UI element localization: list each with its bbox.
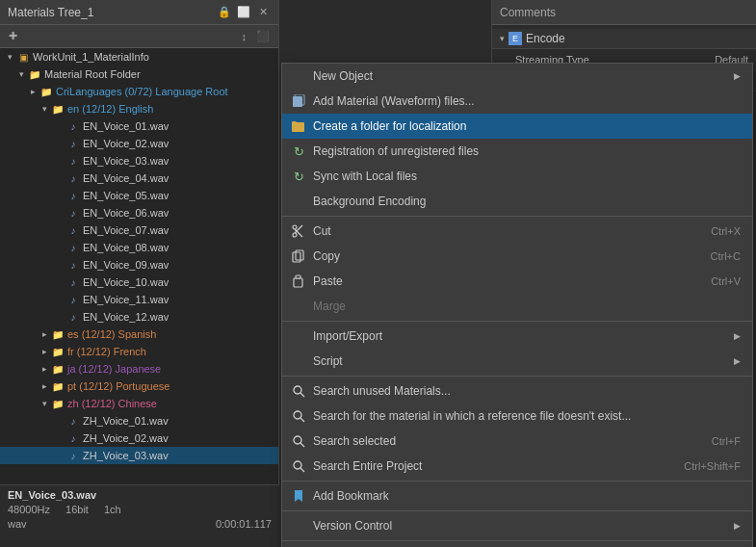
tree-arrow-fr: ▸ [39, 347, 50, 356]
marge-icon [290, 298, 307, 315]
tree-item-en-voice-02[interactable]: ♪ EN_Voice_02.wav [0, 135, 278, 152]
comments-tab-label[interactable]: Comments [500, 6, 556, 19]
folder-icon-es: 📁 [50, 326, 65, 342]
cut-icon [290, 222, 307, 240]
menu-item-search-project[interactable]: Search Entire Project Ctrl+Shift+F [282, 454, 752, 479]
tree-item-en-voice-05[interactable]: ♪ EN_Voice_05.wav [0, 187, 278, 204]
tree-item-zh-voice-02[interactable]: ♪ ZH_Voice_02.wav [0, 430, 278, 447]
search-selected-icon [290, 432, 307, 450]
tree-item-en-voice-12[interactable]: ♪ EN_Voice_12.wav [0, 308, 278, 326]
tree-item-en-voice-09[interactable]: ♪ EN_Voice_09.wav [0, 256, 278, 274]
menu-item-search-ref[interactable]: Search for the material in which a refer… [282, 404, 752, 429]
menu-label-add-material: Add Material (Waveform) files... [313, 94, 741, 108]
menu-label-search-unused: Search unused Materials... [313, 384, 741, 398]
menu-item-search-selected[interactable]: Search selected Ctrl+F [282, 429, 752, 454]
tree-item-ja[interactable]: ▸ 📁 ja (12/12) Japanese [0, 360, 278, 378]
file-icon-en11: ♪ [65, 292, 81, 307]
sync-icon: ↻ [290, 168, 307, 185]
menu-label-version-control: Version Control [313, 519, 730, 533]
menu-item-add-material[interactable]: Add Material (Waveform) files... [282, 89, 752, 114]
file-icon-en07: ♪ [65, 222, 81, 238]
svg-line-17 [300, 468, 304, 472]
tree-item-en-voice-06[interactable]: ♪ EN_Voice_06.wav [0, 204, 278, 221]
menu-item-sync[interactable]: ↻ Sync with Local files [282, 164, 752, 189]
encode-section-header[interactable]: ▾ E Encode [492, 29, 756, 49]
registration-icon: ↻ [290, 143, 307, 160]
status-bar: EN_Voice_03.wav 48000Hz 16bit 1ch wav 0:… [0, 484, 279, 547]
menu-item-new-object[interactable]: New Object ▶ [282, 64, 752, 89]
tree-item-zh-voice-03[interactable]: ♪ ZH_Voice_03.wav [0, 447, 278, 464]
tree-item-crilang[interactable]: ▸ 📁 CriLanguages (0/72) Language Root [0, 83, 278, 100]
close-icon[interactable]: ✕ [255, 5, 271, 20]
tree-item-en-voice-10[interactable]: ♪ EN_Voice_10.wav [0, 274, 278, 291]
menu-item-add-bookmark[interactable]: Add Bookmark [282, 483, 752, 508]
menu-label-registration: Registration of unregistered files [313, 144, 741, 158]
tree-label-en08: EN_Voice_08.wav [83, 242, 169, 253]
menu-item-cut[interactable]: Cut Ctrl+X [282, 219, 752, 244]
menu-item-create-folder[interactable]: Create a folder for localization [282, 114, 752, 139]
encode-arrow: ▾ [500, 34, 505, 43]
folder-icon-crilang: 📁 [39, 84, 54, 99]
tree-arrow-zh: ▾ [39, 399, 50, 408]
tree-item-workunit[interactable]: ▾ ▣ WorkUnit_1_MaterialInfo [0, 48, 278, 65]
menu-item-bg-encoding[interactable]: Background Encoding [282, 189, 752, 214]
tree-label-en05: EN_Voice_05.wav [83, 190, 169, 201]
tree-label-zh01: ZH_Voice_01.wav [83, 415, 169, 427]
file-icon-en04: ♪ [65, 170, 81, 186]
link-icon[interactable]: ⬛ [253, 28, 273, 44]
lock-icon[interactable]: 🔒 [217, 5, 232, 20]
tree-container[interactable]: ▾ ▣ WorkUnit_1_MaterialInfo ▾ 📁 Material… [0, 48, 278, 547]
add-icon[interactable]: ✚ [6, 28, 20, 44]
tree-label-fr: fr (12/12) French [67, 346, 146, 357]
file-icon-zh01: ♪ [65, 413, 81, 429]
menu-item-registration[interactable]: ↻ Registration of unregistered files [282, 139, 752, 164]
svg-point-14 [294, 436, 301, 444]
new-object-icon [290, 67, 307, 85]
materials-tree-panel: Materials Tree_1 🔒 ⬜ ✕ ✚ ↕ ⬛ ▾ ▣ WorkUni… [0, 0, 279, 547]
menu-label-sync: Sync with Local files [313, 169, 741, 183]
search-ref-icon [290, 407, 307, 425]
sort-icon[interactable]: ↕ [239, 29, 250, 44]
tree-item-en-voice-03[interactable]: ♪ EN_Voice_03.wav [0, 152, 278, 169]
file-icon-en01: ♪ [65, 118, 81, 134]
file-icon-en05: ♪ [65, 188, 81, 203]
menu-item-show-explorer[interactable]: Show in Explorer... Ctrl+E [282, 543, 752, 547]
tree-item-fr[interactable]: ▸ 📁 fr (12/12) French [0, 343, 278, 360]
menu-item-script[interactable]: Script ▶ [282, 349, 752, 374]
separator-4 [282, 481, 752, 482]
tree-item-en-voice-07[interactable]: ♪ EN_Voice_07.wav [0, 221, 278, 239]
tree-item-zh-voice-01[interactable]: ♪ ZH_Voice_01.wav [0, 412, 278, 430]
tree-item-en[interactable]: ▾ 📁 en (12/12) English [0, 100, 278, 117]
menu-item-import-export[interactable]: Import/Export ▶ [282, 324, 752, 349]
folder-icon-zh: 📁 [50, 396, 65, 411]
menu-item-paste[interactable]: Paste Ctrl+V [282, 269, 752, 294]
menu-item-search-unused[interactable]: Search unused Materials... [282, 378, 752, 404]
tree-label-zh03: ZH_Voice_03.wav [83, 450, 169, 461]
tree-label-rootfolder: Material Root Folder [44, 68, 141, 80]
tree-item-pt[interactable]: ▸ 📁 pt (12/12) Portuguese [0, 378, 278, 395]
file-icon-en02: ♪ [65, 136, 81, 151]
tree-label-zh: zh (12/12) Chinese [67, 398, 157, 409]
new-object-arrow: ▶ [734, 71, 741, 81]
menu-label-cut: Cut [313, 224, 691, 238]
restore-icon[interactable]: ⬜ [236, 5, 251, 20]
tree-item-en-voice-01[interactable]: ♪ EN_Voice_01.wav [0, 117, 278, 135]
tree-item-zh[interactable]: ▾ 📁 zh (12/12) Chinese [0, 395, 278, 412]
tree-arrow-ja: ▸ [39, 364, 50, 374]
menu-label-import-export: Import/Export [313, 329, 730, 343]
panel-titlebar: Materials Tree_1 🔒 ⬜ ✕ [0, 0, 278, 25]
tree-item-en-voice-11[interactable]: ♪ EN_Voice_11.wav [0, 291, 278, 308]
separator-6 [282, 540, 752, 541]
menu-item-copy[interactable]: Copy Ctrl+C [282, 244, 752, 269]
separator-5 [282, 510, 752, 511]
tree-item-es[interactable]: ▸ 📁 es (12/12) Spanish [0, 326, 278, 343]
tree-item-en-voice-08[interactable]: ♪ EN_Voice_08.wav [0, 239, 278, 256]
tree-label-es: es (12/12) Spanish [67, 328, 156, 340]
status-duration: 0:00:01.117 [216, 518, 272, 530]
cut-shortcut: Ctrl+X [711, 225, 741, 237]
tree-item-rootfolder[interactable]: ▾ 📁 Material Root Folder [0, 65, 278, 83]
menu-label-search-selected: Search selected [313, 434, 692, 448]
search-project-icon [290, 457, 307, 475]
tree-item-en-voice-04[interactable]: ♪ EN_Voice_04.wav [0, 169, 278, 187]
menu-item-version-control[interactable]: Version Control ▶ [282, 513, 752, 538]
